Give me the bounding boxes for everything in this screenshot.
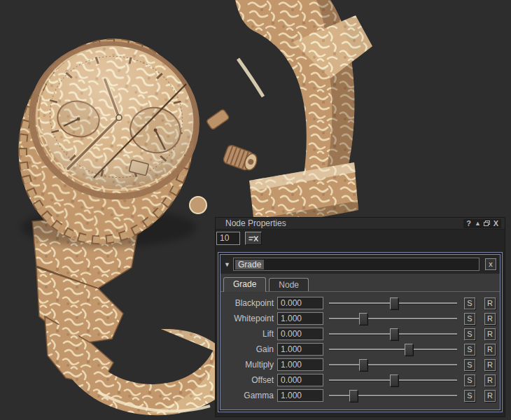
clear-panels-button[interactable] xyxy=(245,232,262,245)
offset-value-field[interactable]: 0.000 xyxy=(277,374,323,386)
multiply-set-button[interactable]: S xyxy=(464,359,475,371)
knob-row-gamma: Gamma 1.000 S R xyxy=(223,388,496,403)
blackpoint-reset-button[interactable]: R xyxy=(484,298,496,309)
knob-label: Blackpoint xyxy=(223,298,277,308)
max-panels-field[interactable]: 10 xyxy=(216,232,240,245)
gamma-set-button[interactable]: S xyxy=(464,390,475,402)
offset-slider[interactable] xyxy=(329,374,457,386)
node-header: ▼ Grade x xyxy=(220,255,500,274)
knob-row-offset: Offset 0.000 S R xyxy=(223,372,496,388)
float-icon[interactable] xyxy=(482,219,491,228)
blackpoint-slider[interactable] xyxy=(329,297,457,309)
gamma-value-field[interactable]: 1.000 xyxy=(277,389,323,402)
whitepoint-slider[interactable] xyxy=(329,312,457,325)
window-controls: ? ▲ X xyxy=(463,219,501,228)
node-name: Grade xyxy=(235,260,264,270)
knob-label: Offset xyxy=(223,375,277,385)
panel-toolbar: 10 xyxy=(216,230,505,248)
slider-handle[interactable] xyxy=(359,313,368,325)
knob-label: Lift xyxy=(223,329,277,339)
gamma-slider[interactable] xyxy=(329,389,457,402)
knob-label: Whitepoint xyxy=(223,314,277,323)
slider-handle[interactable] xyxy=(349,390,358,402)
collapse-icon[interactable]: ▲ xyxy=(473,219,482,228)
clear-panels-icon xyxy=(248,235,258,242)
whitepoint-value-field[interactable]: 1.000 xyxy=(277,312,323,325)
lift-set-button[interactable]: S xyxy=(464,328,475,340)
slider-handle[interactable] xyxy=(390,298,398,309)
blackpoint-value-field[interactable]: 0.000 xyxy=(277,297,323,309)
offset-reset-button[interactable]: R xyxy=(484,374,496,386)
slider-handle[interactable] xyxy=(405,344,413,356)
titlebar[interactable]: Node Properties ? ▲ X xyxy=(216,218,505,230)
gain-set-button[interactable]: S xyxy=(464,344,475,356)
window-title: Node Properties xyxy=(225,218,286,229)
grade-node-panel: ▼ Grade x Grade Node Blackpoint 0.000 xyxy=(218,252,503,412)
whitepoint-set-button[interactable]: S xyxy=(464,313,475,325)
help-icon[interactable]: ? xyxy=(464,219,473,228)
watch-pusher-knob xyxy=(190,197,206,214)
gain-value-field[interactable]: 1.000 xyxy=(277,343,323,356)
knob-row-lift: Lift 0.000 S R xyxy=(223,326,496,342)
knob-label: Gain xyxy=(223,344,277,354)
slider-handle[interactable] xyxy=(390,374,398,386)
slider-track xyxy=(329,395,457,397)
knob-label: Gamma xyxy=(223,391,277,400)
multiply-value-field[interactable]: 1.000 xyxy=(277,358,323,371)
node-properties-window: Node Properties ? ▲ X 10 ▼ G xyxy=(215,217,505,417)
slider-track xyxy=(329,349,457,351)
lift-value-field[interactable]: 0.000 xyxy=(277,328,323,340)
multiply-reset-button[interactable]: R xyxy=(484,359,496,371)
slider-track xyxy=(329,318,457,320)
knob-row-gain: Gain 1.000 S R xyxy=(223,342,496,357)
multiply-slider[interactable] xyxy=(329,358,457,371)
gain-reset-button[interactable]: R xyxy=(484,344,496,356)
gain-slider[interactable] xyxy=(329,343,457,356)
tab-node[interactable]: Node xyxy=(269,278,309,291)
offset-set-button[interactable]: S xyxy=(464,374,475,386)
slider-handle[interactable] xyxy=(359,359,368,371)
panel-close-button[interactable]: x xyxy=(485,258,496,270)
tab-row: Grade Node xyxy=(220,274,500,292)
lift-slider[interactable] xyxy=(329,328,457,340)
knob-rows: Blackpoint 0.000 S R Whitepoint 1.000 xyxy=(220,292,500,410)
slider-handle[interactable] xyxy=(390,328,398,340)
node-name-field[interactable]: Grade xyxy=(233,258,479,271)
disclosure-triangle-icon[interactable]: ▼ xyxy=(224,261,233,268)
knob-row-multiply: Multiply 1.000 S R xyxy=(223,357,496,372)
whitepoint-reset-button[interactable]: R xyxy=(484,313,496,325)
blackpoint-set-button[interactable]: S xyxy=(464,298,475,309)
close-icon[interactable]: X xyxy=(491,219,500,228)
tab-grade[interactable]: Grade xyxy=(223,277,266,292)
slider-track xyxy=(329,364,457,366)
knob-row-whitepoint: Whitepoint 1.000 S R xyxy=(223,311,496,326)
gamma-reset-button[interactable]: R xyxy=(484,390,496,402)
lift-reset-button[interactable]: R xyxy=(484,328,496,340)
knob-row-blackpoint: Blackpoint 0.000 S R xyxy=(223,295,496,311)
knob-label: Multiply xyxy=(223,360,277,370)
